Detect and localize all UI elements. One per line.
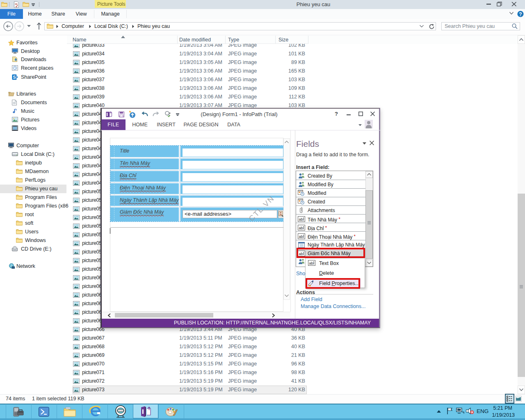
svg-text:ab: ab bbox=[309, 261, 313, 265]
svg-text:S: S bbox=[13, 75, 16, 80]
svg-text:ab: ab bbox=[299, 226, 303, 230]
svg-text:ab: ab bbox=[299, 217, 303, 221]
svg-text:?: ? bbox=[519, 11, 522, 17]
svg-text:ab: ab bbox=[299, 234, 303, 238]
